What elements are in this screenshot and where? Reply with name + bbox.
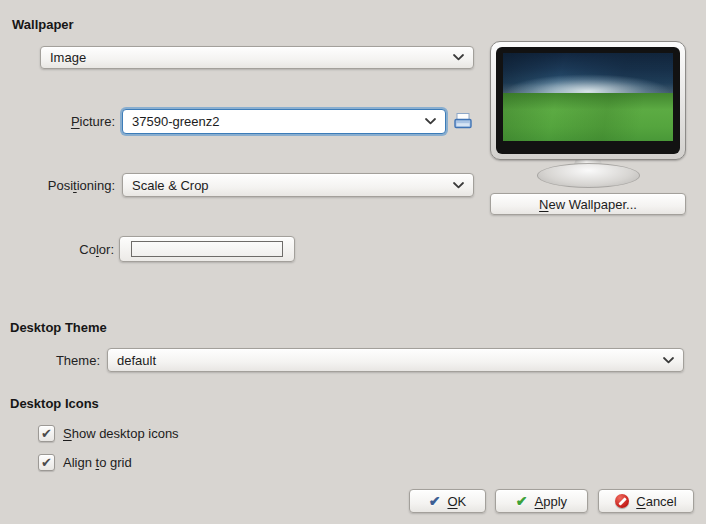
align-to-grid-row[interactable]: ✔ Align to grid [38, 454, 132, 471]
monitor-stand-base [537, 163, 640, 188]
show-desktop-icons-label: Show desktop icons [63, 426, 179, 441]
color-label: Color: [0, 236, 114, 262]
picture-label: Picture: [0, 109, 115, 134]
chevron-down-icon [453, 54, 464, 61]
positioning-label: Positioning: [0, 173, 115, 197]
new-wallpaper-button[interactable]: New Wallpaper... [490, 193, 686, 215]
desktop-icons-section-heading: Desktop Icons [10, 396, 99, 411]
align-to-grid-checkbox[interactable]: ✔ [38, 454, 55, 471]
picture-select[interactable]: 37590-greenz2 [122, 109, 446, 134]
folder-open-icon [452, 110, 474, 135]
show-desktop-icons-checkbox[interactable]: ✔ [38, 425, 55, 442]
checkmark-icon: ✔ [41, 427, 52, 440]
positioning-value: Scale & Crop [132, 178, 209, 193]
theme-value: default [117, 353, 156, 368]
preview-grass [503, 93, 673, 141]
preview-sky [503, 53, 673, 93]
picture-value: 37590-greenz2 [132, 114, 219, 129]
apply-check-icon: ✔ [516, 494, 528, 508]
wallpaper-type-select[interactable]: Image [40, 46, 474, 69]
desktop-theme-section-heading: Desktop Theme [10, 320, 107, 335]
align-to-grid-label: Align to grid [63, 455, 132, 470]
wallpaper-section-heading: Wallpaper [12, 17, 74, 32]
apply-button[interactable]: ✔ Apply [495, 489, 588, 513]
wallpaper-preview-image [503, 53, 673, 141]
theme-select[interactable]: default [107, 348, 684, 372]
ok-button[interactable]: ✔ OK [409, 489, 486, 513]
ok-check-icon: ✔ [429, 494, 441, 508]
theme-label: Theme: [0, 348, 100, 372]
wallpaper-type-value: Image [50, 50, 86, 65]
color-swatch [131, 241, 283, 257]
browse-picture-button[interactable] [451, 110, 475, 134]
chevron-down-icon [425, 118, 436, 125]
wallpaper-preview-monitor [490, 41, 686, 160]
monitor-bezel [496, 47, 680, 154]
show-desktop-icons-row[interactable]: ✔ Show desktop icons [38, 425, 179, 442]
chevron-down-icon [453, 182, 464, 189]
checkmark-icon: ✔ [41, 456, 52, 469]
positioning-select[interactable]: Scale & Crop [122, 173, 474, 197]
cancel-button[interactable]: Cancel [598, 489, 694, 513]
color-picker-button[interactable] [119, 236, 295, 262]
cancel-no-entry-icon [615, 494, 629, 508]
chevron-down-icon [663, 357, 674, 364]
